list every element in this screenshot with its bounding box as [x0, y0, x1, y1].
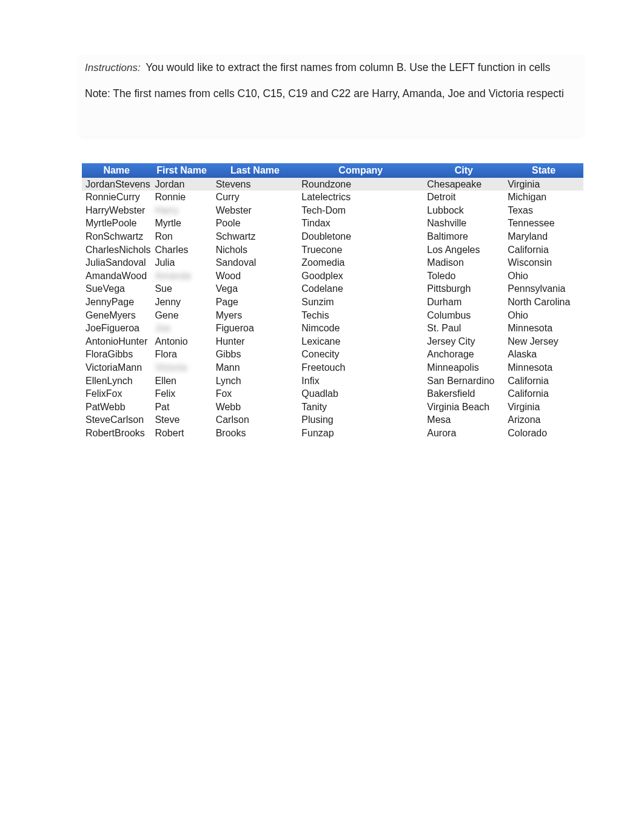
cell-state: California: [504, 374, 583, 388]
cell-city: Jersey City: [423, 335, 504, 348]
cell-name: FloraGibbs: [82, 348, 151, 362]
cell-last-name: Curry: [212, 191, 298, 204]
cell-first-name: Ronnie: [151, 191, 212, 204]
table-row: EllenLynchEllenLynchInfixSan BernardinoC…: [82, 374, 583, 388]
cell-city: Detroit: [423, 191, 504, 204]
table-row: FloraGibbsFloraGibbsConecityAnchorageAla…: [82, 348, 583, 362]
cell-city: Bakersfield: [423, 387, 504, 401]
table-row: AntonioHunterAntonioHunterLexicaneJersey…: [82, 335, 583, 348]
cell-name: RonnieCurry: [82, 191, 151, 204]
cell-city: Los Angeles: [423, 243, 504, 257]
header-state: State: [504, 163, 583, 178]
cell-state: New Jersey: [504, 335, 583, 348]
table-row: CharlesNicholsCharlesNicholsTrueconeLos …: [82, 243, 583, 257]
header-city: City: [423, 163, 504, 178]
cell-last-name: Schwartz: [212, 230, 298, 243]
table-row: HarryWebsterHarryWebsterTech-DomLubbockT…: [82, 204, 583, 217]
cell-name: AntonioHunter: [82, 335, 151, 348]
cell-state: Ohio: [504, 309, 583, 322]
cell-first-name: Steve: [151, 413, 212, 427]
cell-state: California: [504, 387, 583, 401]
cell-city: Madison: [423, 256, 504, 269]
cell-company: Plusing: [298, 413, 423, 427]
cell-first-name: Victoria: [151, 361, 212, 374]
header-company: Company: [298, 163, 423, 178]
cell-last-name: Gibbs: [212, 348, 298, 362]
cell-first-name: Ron: [151, 230, 212, 243]
cell-company: Zoomedia: [298, 256, 423, 269]
cell-company: Doubletone: [298, 230, 423, 243]
cell-last-name: Poole: [212, 217, 298, 231]
cell-first-name: Flora: [151, 348, 212, 362]
cell-company: Sunzim: [298, 296, 423, 309]
cell-name: PatWebb: [82, 401, 151, 414]
table-row: RonSchwartzRonSchwartzDoubletoneBaltimor…: [82, 230, 583, 243]
cell-name: GeneMyers: [82, 309, 151, 322]
cell-company: Quadlab: [298, 387, 423, 401]
cell-last-name: Stevens: [212, 178, 298, 191]
cell-city: Aurora: [423, 427, 504, 440]
cell-name: RobertBrooks: [82, 427, 151, 440]
cell-city: Mesa: [423, 413, 504, 427]
cell-company: Tindax: [298, 217, 423, 231]
cell-company: Lexicane: [298, 335, 423, 348]
table-header-row: Name First Name Last Name Company City S…: [82, 163, 583, 178]
cell-city: Virginia Beach: [423, 401, 504, 414]
cell-city: Columbus: [423, 309, 504, 322]
cell-last-name: Mann: [212, 361, 298, 374]
cell-state: Michigan: [504, 191, 583, 204]
instructions-text-1: You would like to extract the first name…: [146, 61, 550, 73]
cell-last-name: Figueroa: [212, 322, 298, 335]
table-row: PatWebbPatWebbTanityVirginia BeachVirgin…: [82, 401, 583, 414]
table-row: GeneMyersGeneMyersTechisColumbusOhio: [82, 309, 583, 322]
cell-state: Tennessee: [504, 217, 583, 231]
cell-last-name: Brooks: [212, 427, 298, 440]
cell-city: Chesapeake: [423, 178, 504, 191]
cell-first-name: Jenny: [151, 296, 212, 309]
cell-state: Virginia: [504, 401, 583, 414]
cell-last-name: Page: [212, 296, 298, 309]
cell-state: North Carolina: [504, 296, 583, 309]
cell-city: Baltimore: [423, 230, 504, 243]
cell-company: Tech-Dom: [298, 204, 423, 217]
table-row: JuliaSandovalJuliaSandovalZoomediaMadiso…: [82, 256, 583, 269]
table-row: JennyPageJennyPageSunzimDurhamNorth Caro…: [82, 296, 583, 309]
cell-state: Pennsylvania: [504, 283, 583, 296]
cell-first-name: Antonio: [151, 335, 212, 348]
cell-state: Maryland: [504, 230, 583, 243]
cell-last-name: Myers: [212, 309, 298, 322]
cell-city: Lubbock: [423, 204, 504, 217]
cell-first-name: Myrtle: [151, 217, 212, 231]
cell-company: Truecone: [298, 243, 423, 257]
cell-last-name: Hunter: [212, 335, 298, 348]
table-row: AmandaWoodAmandaWoodGoodplexToledoOhio: [82, 269, 583, 283]
cell-name: FelixFox: [82, 387, 151, 401]
cell-company: Freetouch: [298, 361, 423, 374]
cell-last-name: Sandoval: [212, 256, 298, 269]
cell-name: VictoriaMann: [82, 361, 151, 374]
cell-state: Virginia: [504, 178, 583, 191]
cell-name: MyrtlePoole: [82, 217, 151, 231]
cell-company: Latelectrics: [298, 191, 423, 204]
table-row: RonnieCurryRonnieCurryLatelectricsDetroi…: [82, 191, 583, 204]
cell-name: EllenLynch: [82, 374, 151, 388]
cell-first-name: Amanda: [151, 269, 212, 283]
cell-name: SueVega: [82, 283, 151, 296]
table-row: JoeFigueroaJoeFigueroaNimcodeSt. PaulMin…: [82, 322, 583, 335]
table-row: MyrtlePooleMyrtlePooleTindaxNashvilleTen…: [82, 217, 583, 231]
instructions-line-2: Note: The first names from cells C10, C1…: [85, 81, 571, 106]
table-row: FelixFoxFelixFoxQuadlabBakersfieldCalifo…: [82, 387, 583, 401]
cell-city: Nashville: [423, 217, 504, 231]
cell-first-name: Joe: [151, 322, 212, 335]
cell-company: Funzap: [298, 427, 423, 440]
cell-first-name: Harry: [151, 204, 212, 217]
cell-first-name: Gene: [151, 309, 212, 322]
cell-city: Pittsburgh: [423, 283, 504, 296]
cell-last-name: Webster: [212, 204, 298, 217]
cell-last-name: Fox: [212, 387, 298, 401]
cell-state: Alaska: [504, 348, 583, 362]
cell-name: JordanStevens: [82, 178, 151, 191]
cell-state: Arizona: [504, 413, 583, 427]
cell-state: Minnesota: [504, 361, 583, 374]
cell-state: Ohio: [504, 269, 583, 283]
